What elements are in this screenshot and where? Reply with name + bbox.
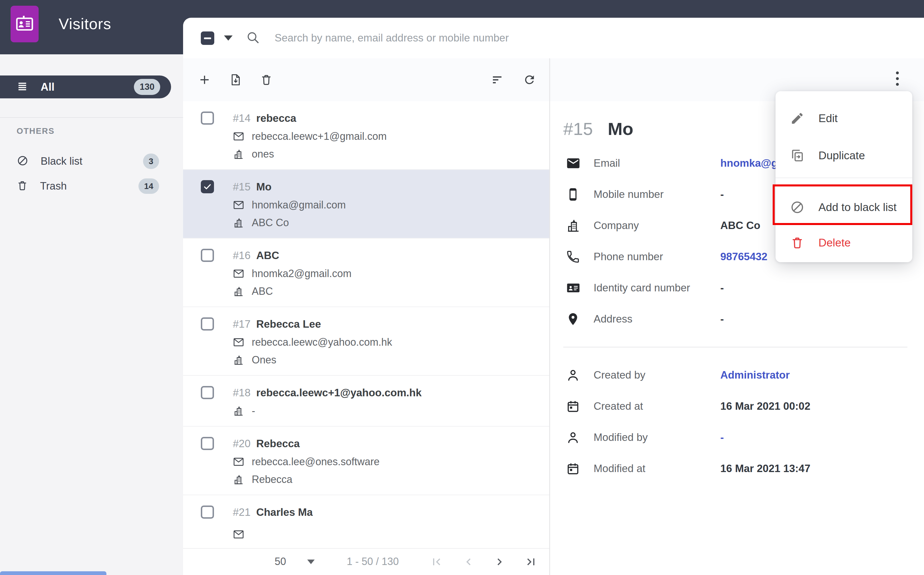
select-all-checkbox-indeterminate[interactable] (201, 32, 214, 45)
visitor-id: #14 (233, 112, 251, 124)
envelope-icon (233, 337, 244, 348)
field-row-address: Address - (566, 303, 913, 335)
sidebar-item-label: Black list (41, 155, 83, 167)
visitor-email: rebecca.leewc@yahoo.com.hk (252, 336, 392, 348)
menu-item-duplicate[interactable]: Duplicate (776, 140, 912, 171)
row-checkbox[interactable] (201, 249, 214, 262)
id-card-icon (566, 281, 593, 295)
meta-row-created-at: Created at 16 Mar 2021 00:02 (566, 391, 913, 422)
envelope-icon (566, 156, 593, 171)
more-actions-kebab-button[interactable] (894, 70, 901, 87)
menu-divider (776, 178, 912, 178)
list-item[interactable]: #14 rebecca rebecca.leewc+1@gmail.com (183, 101, 549, 170)
menu-item-delete[interactable]: Delete (776, 227, 912, 259)
refresh-button[interactable] (522, 73, 537, 87)
refresh-icon (523, 73, 536, 86)
detail-visitor-name: Mo (608, 119, 633, 139)
building-icon (233, 474, 244, 485)
next-page-button[interactable] (493, 555, 506, 569)
trash-icon (260, 73, 273, 86)
visitor-company: Ones (252, 354, 276, 366)
list-icon (17, 81, 28, 93)
envelope-icon (233, 529, 244, 540)
app-logo (11, 6, 39, 42)
person-icon (566, 368, 593, 382)
visitor-email: rebecca.lee@ones.software (252, 456, 380, 468)
visitor-name: ABC (256, 249, 279, 262)
first-page-button[interactable] (430, 555, 444, 569)
visitor-name: Rebecca (256, 438, 300, 450)
import-button[interactable] (228, 73, 243, 87)
kebab-dot (896, 83, 899, 86)
visitor-id: #21 (233, 507, 251, 518)
visitor-company: ABC Co (252, 217, 289, 229)
kebab-dot (896, 77, 899, 80)
search-icon (246, 30, 260, 46)
pagination-bar: 50 1 - 50 / 130 (183, 548, 549, 575)
file-download-icon (229, 73, 242, 86)
visitor-email: rebecca.leewc+1@gmail.com (252, 130, 387, 142)
row-checkbox[interactable] (201, 437, 214, 450)
row-checkbox[interactable] (201, 505, 214, 519)
visitor-id: #16 (233, 249, 251, 262)
row-checkbox[interactable] (201, 386, 214, 399)
visitor-company: - (252, 405, 255, 417)
list-item[interactable]: #21 Charles Ma (183, 495, 549, 555)
field-label: Created at (593, 400, 720, 412)
block-icon (790, 200, 805, 215)
add-visitor-button[interactable] (197, 73, 212, 87)
chevron-down-icon[interactable] (224, 35, 232, 41)
envelope-icon (233, 456, 244, 467)
visitors-app-screen: Visitors All 130 OTHERS (0, 0, 924, 575)
sort-icon (491, 73, 504, 87)
trash-icon (790, 235, 805, 250)
sort-button[interactable] (490, 73, 505, 87)
menu-item-add-to-black-list[interactable]: Add to black list (776, 192, 912, 223)
visitor-id: #20 (233, 438, 251, 450)
kebab-dot (896, 71, 899, 74)
row-checkbox[interactable] (201, 318, 214, 330)
previous-page-button[interactable] (462, 555, 476, 569)
field-value: 16 Mar 2021 00:02 (720, 400, 810, 412)
menu-item-label: Duplicate (819, 149, 865, 162)
calendar-icon (566, 462, 593, 476)
visitor-name: Charles Ma (256, 507, 313, 518)
delete-button[interactable] (259, 73, 274, 87)
list-item[interactable]: #16 ABC hnomka2@gmail.com ABC (183, 238, 549, 307)
row-checkbox-checked[interactable] (201, 180, 214, 193)
last-page-icon (524, 555, 538, 569)
detail-title: #15 Mo (563, 118, 633, 139)
sidebar-item-black-list[interactable]: Black list 3 (0, 150, 183, 173)
visitor-id: #17 (233, 318, 251, 330)
modified-by-value: - (720, 432, 724, 443)
building-icon (233, 405, 244, 416)
first-page-icon (430, 555, 444, 569)
meta-row-created-by: Created by Administrator (566, 359, 913, 391)
sidebar-item-all[interactable]: All 130 (0, 75, 171, 98)
field-value: - (720, 282, 724, 294)
phone-link[interactable]: 98765432 (720, 251, 768, 263)
phone-icon (566, 249, 593, 264)
sidebar: All 130 OTHERS Black list 3 (0, 54, 183, 575)
search-input[interactable] (274, 32, 819, 44)
last-page-button[interactable] (524, 555, 538, 569)
plus-icon (198, 73, 211, 86)
list-item[interactable]: #18 rebecca.leewc+1@yahoo.com.hk - (183, 376, 549, 427)
field-label: Modified by (593, 432, 720, 443)
sidebar-item-trash[interactable]: Trash 14 (0, 175, 183, 198)
visitor-company: Rebecca (252, 473, 293, 486)
created-by-link[interactable]: Administrator (720, 369, 790, 381)
count-badge: 3 (143, 154, 159, 169)
page-size-select[interactable]: 50 (275, 556, 286, 567)
list-item[interactable]: #17 Rebecca Lee rebecca.leewc@yahoo.com.… (183, 307, 549, 376)
visitor-id: #15 (233, 181, 251, 193)
list-item[interactable]: #20 Rebecca rebecca.lee@ones.software (183, 427, 549, 495)
list-item-selected[interactable]: #15 Mo hnomka@gmail.com ABC Co (183, 170, 549, 238)
menu-item-edit[interactable]: Edit (776, 103, 912, 134)
block-icon (17, 155, 29, 168)
smartphone-icon (566, 187, 593, 202)
calendar-icon (566, 399, 593, 413)
row-checkbox[interactable] (201, 111, 214, 125)
chevron-down-icon[interactable] (307, 559, 315, 564)
building-icon (233, 217, 244, 229)
